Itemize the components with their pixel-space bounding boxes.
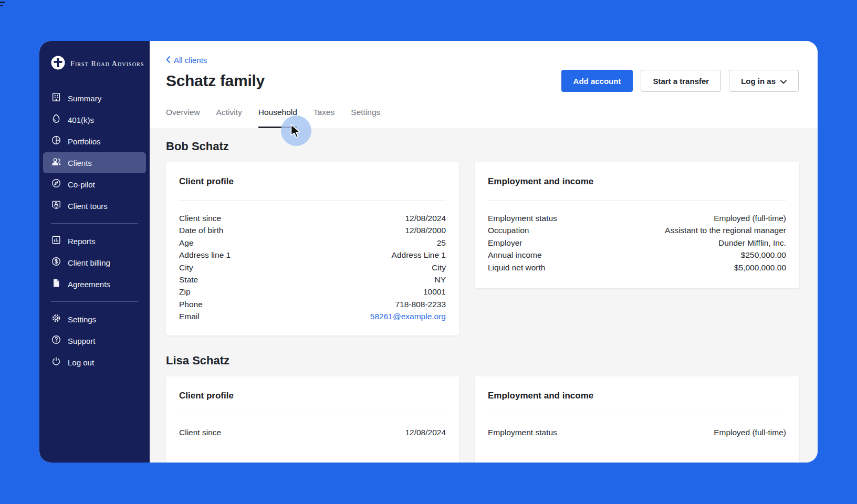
sidebar-item-settings[interactable]: Settings bbox=[43, 309, 146, 330]
sidebar-item-client-billing[interactable]: Client billing bbox=[43, 252, 146, 273]
field-label: Occupation bbox=[488, 224, 529, 236]
bar-chart-icon bbox=[51, 235, 61, 247]
card-title: Client profile bbox=[179, 391, 446, 401]
sidebar-item-label: Co-pilot bbox=[68, 180, 95, 189]
field-value: Employed (full-time) bbox=[714, 212, 786, 224]
field-value: 25 bbox=[437, 237, 446, 249]
page-title: Schatz family bbox=[166, 72, 265, 90]
compass-icon bbox=[51, 178, 61, 191]
field-row: Employment statusEmployed (full-time) bbox=[488, 212, 786, 224]
sidebar: First Road Advisors Summary bbox=[39, 41, 150, 463]
field-row: Age25 bbox=[179, 237, 446, 249]
sidebar-item-label: Client billing bbox=[68, 258, 110, 267]
sidebar-item-clients[interactable]: Clients bbox=[43, 152, 146, 173]
field-value: Address Line 1 bbox=[392, 249, 446, 261]
sidebar-item-co-pilot[interactable]: Co-pilot bbox=[43, 174, 146, 195]
field-row: OccupationAssistant to the regional mana… bbox=[488, 224, 786, 236]
power-icon bbox=[51, 356, 61, 369]
sidebar-item-log-out[interactable]: Log out bbox=[43, 352, 146, 373]
sidebar-item-client-tours[interactable]: Client tours bbox=[43, 195, 146, 216]
document-icon bbox=[51, 278, 61, 290]
login-as-button[interactable]: Log in as bbox=[729, 70, 799, 92]
page-header: All clients Schatz family Add account St… bbox=[150, 41, 818, 128]
field-label: Phone bbox=[179, 298, 203, 310]
field-label: Date of birth bbox=[179, 224, 223, 236]
field-row: EmployerDunder Mifflin, Inc. bbox=[488, 237, 786, 249]
sidebar-item-support[interactable]: Support bbox=[43, 330, 146, 351]
back-link-label: All clients bbox=[174, 56, 207, 65]
tab-activity[interactable]: Activity bbox=[216, 108, 242, 128]
app-window: First Road Advisors Summary bbox=[39, 41, 818, 463]
field-value: $250,000.00 bbox=[741, 249, 786, 261]
sidebar-item-401ks[interactable]: 401(k)s bbox=[43, 109, 146, 130]
field-value: 718-808-2233 bbox=[395, 298, 446, 310]
field-label: Client since bbox=[179, 212, 221, 224]
card-title: Client profile bbox=[179, 176, 446, 187]
back-link[interactable]: All clients bbox=[166, 56, 207, 65]
field-value: Assistant to the regional manager bbox=[665, 224, 786, 236]
brand-name: First Road Advisors bbox=[70, 60, 144, 68]
sidebar-item-label: Support bbox=[68, 337, 96, 345]
sidebar-item-portfolios[interactable]: Portfolios bbox=[43, 131, 146, 152]
field-label: Liquid net worth bbox=[488, 261, 545, 274]
field-label: Employment status bbox=[488, 426, 557, 438]
household-content: Bob Schatz Client profile Client since12… bbox=[150, 128, 818, 463]
field-label: Age bbox=[179, 237, 194, 249]
member-section-lisa: Lisa Schatz Client profile Client since1… bbox=[166, 354, 799, 463]
field-value: NY bbox=[434, 274, 446, 286]
sidebar-divider bbox=[51, 223, 138, 224]
sidebar-item-label: Settings bbox=[68, 315, 96, 324]
sidebar-item-summary[interactable]: Summary bbox=[43, 88, 146, 109]
sidebar-item-label: Clients bbox=[68, 159, 92, 167]
sidebar-item-label: Client tours bbox=[68, 202, 108, 211]
field-label: Zip bbox=[179, 286, 191, 298]
field-label: Email bbox=[179, 310, 200, 322]
field-value: 12/08/2024 bbox=[405, 212, 446, 224]
first-road-advisors-logo-icon bbox=[51, 56, 65, 72]
login-as-label: Log in as bbox=[741, 77, 776, 86]
field-row: Liquid net worth$5,000,000.00 bbox=[488, 261, 786, 274]
sidebar-item-agreements[interactable]: Agreements bbox=[43, 274, 146, 295]
card-divider bbox=[488, 201, 786, 201]
sidebar-item-label: 401(k)s bbox=[68, 116, 94, 124]
field-value: 10001 bbox=[423, 286, 446, 298]
brand: First Road Advisors bbox=[39, 41, 150, 72]
header-actions: Add account Start a transfer Log in as bbox=[561, 70, 799, 92]
field-label: Annual income bbox=[488, 249, 542, 261]
tab-taxes[interactable]: Taxes bbox=[313, 108, 335, 128]
employment-income-card: Employment and income Employment statusE… bbox=[475, 162, 799, 288]
field-label: Employer bbox=[488, 237, 522, 249]
field-row: Annual income$250,000.00 bbox=[488, 249, 786, 261]
field-row: Client since12/08/2024 bbox=[179, 212, 446, 224]
field-value: City bbox=[432, 261, 446, 274]
card-divider bbox=[179, 201, 446, 201]
field-row: Employment statusEmployed (full-time) bbox=[488, 426, 786, 438]
chevron-left-icon bbox=[166, 56, 170, 65]
sidebar-item-reports[interactable]: Reports bbox=[43, 230, 146, 251]
field-row: Email58261@example.org bbox=[179, 310, 446, 322]
field-row: Zip10001 bbox=[179, 286, 446, 298]
card-title: Employment and income bbox=[488, 391, 786, 401]
card-divider bbox=[179, 415, 446, 415]
field-label: Employment status bbox=[488, 212, 557, 224]
sidebar-item-label: Summary bbox=[68, 94, 101, 103]
add-account-button[interactable]: Add account bbox=[561, 70, 633, 92]
tab-settings[interactable]: Settings bbox=[351, 108, 380, 128]
dollar-circle-icon bbox=[51, 256, 61, 269]
card-title: Employment and income bbox=[488, 176, 786, 187]
start-transfer-button[interactable]: Start a transfer bbox=[641, 70, 721, 92]
tab-household[interactable]: Household bbox=[258, 108, 297, 128]
sidebar-item-label: Portfolios bbox=[68, 137, 101, 146]
field-value: 12/08/2000 bbox=[405, 224, 446, 236]
presentation-icon bbox=[51, 200, 61, 212]
email-link[interactable]: 58261@example.org bbox=[370, 310, 446, 322]
field-row: CityCity bbox=[179, 261, 446, 274]
field-row: StateNY bbox=[179, 274, 446, 286]
chevron-down-icon bbox=[780, 77, 787, 86]
field-row: Client since12/08/2024 bbox=[179, 426, 446, 438]
tab-overview[interactable]: Overview bbox=[166, 108, 200, 128]
gear-icon bbox=[51, 313, 61, 326]
pie-chart-icon bbox=[51, 135, 61, 148]
card-divider bbox=[488, 415, 786, 415]
field-label: Address line 1 bbox=[179, 249, 231, 261]
